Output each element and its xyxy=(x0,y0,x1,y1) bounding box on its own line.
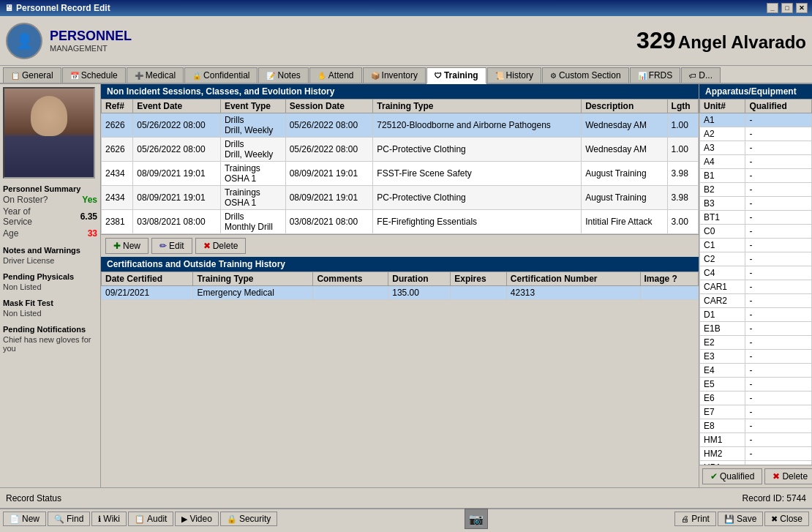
tab-schedule[interactable]: 📅Schedule xyxy=(62,67,126,83)
footer-video-button[interactable]: ▶ Video xyxy=(175,512,218,526)
footer-save-icon: 💾 xyxy=(724,514,734,524)
cell-session-date: 08/09/2021 19:01 xyxy=(285,186,373,210)
close-button[interactable]: ✕ xyxy=(796,3,808,13)
apparatus-row[interactable]: CAR2 - xyxy=(700,294,812,308)
apparatus-row[interactable]: HM1 - xyxy=(700,433,812,447)
tab-training[interactable]: 🛡Training xyxy=(426,67,486,84)
footer-find-button[interactable]: 🔍 Find xyxy=(48,512,90,526)
cell-qualified: - xyxy=(745,141,812,155)
apparatus-row[interactable]: BT1 - xyxy=(700,211,812,225)
apparatus-row[interactable]: A1 - xyxy=(700,113,812,127)
apparatus-row[interactable]: E6 - xyxy=(700,391,812,405)
apparatus-row[interactable]: E5 - xyxy=(700,378,812,391)
apparatus-row[interactable]: HM2 - xyxy=(700,447,812,461)
footer-audit-button[interactable]: 📋 Audit xyxy=(128,512,173,526)
cell-qualified: - xyxy=(745,447,812,461)
personnel-id: 329 xyxy=(636,27,675,53)
apparatus-row[interactable]: A2 - xyxy=(700,127,812,141)
apparatus-row[interactable]: B1 - xyxy=(700,169,812,183)
apparatus-header: Apparatus/Equipment xyxy=(699,84,812,99)
notes-warnings-title: Notes and Warnings xyxy=(3,246,97,255)
on-roster-label: On Roster? xyxy=(3,195,48,205)
training-section-header: Non Incident Sessions, Classes, and Evol… xyxy=(101,84,699,99)
tab-notes[interactable]: 📝Notes xyxy=(258,67,308,83)
personnel-summary-section: Personnel Summary On Roster? Yes Year of… xyxy=(3,184,97,239)
tab-history[interactable]: 📜History xyxy=(487,67,541,83)
cell-description: Intitial Fire Attack xyxy=(582,210,667,234)
tab-general[interactable]: 📋General xyxy=(3,67,61,83)
cell-qualified: - xyxy=(745,169,812,183)
apparatus-row[interactable]: CAR1 - xyxy=(700,280,812,294)
footer-print-button[interactable]: 🖨 Print xyxy=(674,512,716,526)
new-training-button[interactable]: ✚ New xyxy=(105,238,149,254)
cert-row[interactable]: 09/21/2021 Emergency Medical 135.00 4231… xyxy=(102,286,699,300)
cell-unit: B1 xyxy=(700,169,745,183)
cell-qualified: - xyxy=(745,294,812,308)
cell-event-date: 08/09/2021 19:01 xyxy=(133,186,221,210)
delete-apparatus-button[interactable]: ✖ Delete xyxy=(764,468,812,484)
training-row[interactable]: 2434 08/09/2021 19:01 TrainingsOSHA 1 08… xyxy=(102,162,699,186)
col-training-type: Training Type xyxy=(373,100,582,113)
col-description: Description xyxy=(582,100,667,113)
footer-save-button[interactable]: 💾 Save xyxy=(718,512,763,526)
cell-event-type: TrainingsOSHA 1 xyxy=(220,162,285,186)
apparatus-row[interactable]: E1B - xyxy=(700,322,812,336)
cell-unit: B2 xyxy=(700,183,745,197)
training-row[interactable]: 2626 05/26/2022 08:00 DrillsDrill, Weekl… xyxy=(102,113,699,138)
tab-custom[interactable]: ⚙Custom Section xyxy=(542,67,629,83)
tab-d[interactable]: 🏷D... xyxy=(681,67,721,83)
cell-unit: A3 xyxy=(700,141,745,155)
cell-event-date: 05/26/2022 08:00 xyxy=(133,113,221,138)
apparatus-row[interactable]: B2 - xyxy=(700,183,812,197)
training-table: Ref# Event Date Event Type Session Date … xyxy=(101,99,699,234)
cert-table: Date Certified Training Type Comments Du… xyxy=(101,271,699,300)
cell-qualified: - xyxy=(745,433,812,447)
apparatus-row[interactable]: E7 - xyxy=(700,405,812,419)
tab-frds[interactable]: 📊FRDS xyxy=(630,67,681,83)
col-comments: Comments xyxy=(313,272,388,286)
apparatus-row[interactable]: C4 - xyxy=(700,266,812,280)
cell-unit: HM2 xyxy=(700,447,745,461)
maximize-button[interactable]: □ xyxy=(781,3,793,13)
tab-confidential[interactable]: 🔒Confidential xyxy=(184,67,257,83)
apparatus-row[interactable]: A3 - xyxy=(700,141,812,155)
cell-description: August Training xyxy=(582,186,667,210)
cell-description: August Training xyxy=(582,162,667,186)
apparatus-row[interactable]: E4 - xyxy=(700,364,812,378)
minimize-button[interactable]: _ xyxy=(767,3,778,13)
tab-attend[interactable]: ✋Attend xyxy=(309,67,362,83)
apparatus-row[interactable]: A4 - xyxy=(700,155,812,169)
new-icon: ✚ xyxy=(113,241,121,251)
apparatus-row[interactable]: C0 - xyxy=(700,225,812,239)
personnel-photo xyxy=(3,87,95,179)
cell-unit: C2 xyxy=(700,252,745,266)
camera-button[interactable]: 📷 xyxy=(465,509,488,529)
footer-security-button[interactable]: 🔒 Security xyxy=(220,512,277,526)
cell-qualified: - xyxy=(745,239,812,252)
year-of-service-label: Year ofService xyxy=(3,206,32,227)
apparatus-row[interactable]: C1 - xyxy=(700,239,812,252)
qualified-button[interactable]: ✔ Qualified xyxy=(702,468,762,484)
footer-new-button[interactable]: 📄 New xyxy=(3,512,46,526)
apparatus-buttons: ✔ Qualified ✖ Delete xyxy=(699,465,812,487)
cell-qualified: - xyxy=(745,155,812,169)
tab-inventory[interactable]: 📦Inventory xyxy=(363,67,426,83)
apparatus-row[interactable]: C2 - xyxy=(700,252,812,266)
training-row[interactable]: 2626 05/26/2022 08:00 DrillsDrill, Weekl… xyxy=(102,138,699,162)
delete-training-button[interactable]: ✖ Delete xyxy=(195,238,247,254)
cell-unit: E4 xyxy=(700,364,745,378)
del-apparatus-icon: ✖ xyxy=(772,471,780,482)
apparatus-row[interactable]: D1 - xyxy=(700,308,812,322)
apparatus-row[interactable]: E8 - xyxy=(700,419,812,433)
apparatus-row[interactable]: E2 - xyxy=(700,336,812,350)
footer-wiki-button[interactable]: ℹ Wiki xyxy=(91,512,127,526)
cell-description: Wednesday AM xyxy=(582,113,667,138)
footer-close-button[interactable]: ✖ Close xyxy=(764,512,809,526)
edit-training-button[interactable]: ✏ Edit xyxy=(151,238,192,254)
apparatus-row[interactable]: E3 - xyxy=(700,350,812,364)
training-row[interactable]: 2381 03/08/2021 08:00 DrillsMonthly Dril… xyxy=(102,210,699,234)
tab-medical[interactable]: ➕Medical xyxy=(127,67,184,83)
training-row[interactable]: 2434 08/09/2021 19:01 TrainingsOSHA 1 08… xyxy=(102,186,699,210)
cell-qualified: - xyxy=(745,364,812,378)
apparatus-row[interactable]: B3 - xyxy=(700,197,812,211)
